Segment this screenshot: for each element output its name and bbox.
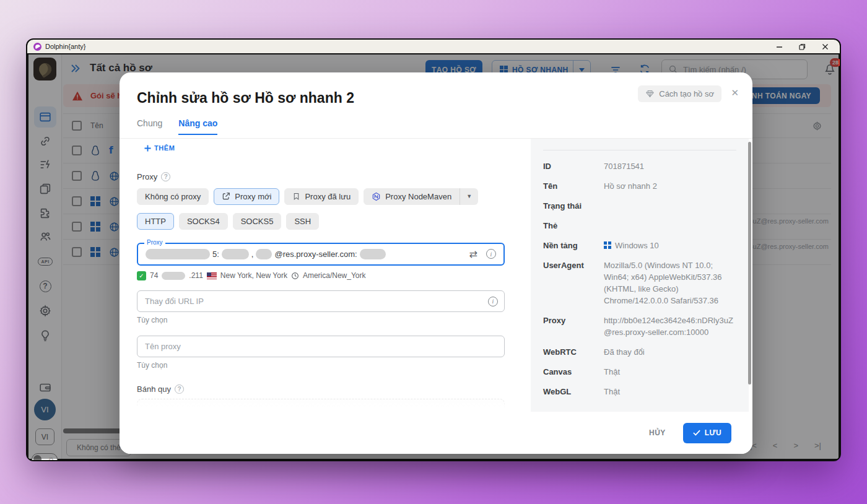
protocol-row: HTTP SOCKS4 SOCKS5 SSH <box>137 213 505 230</box>
detail-value: Windows 10 <box>615 240 659 251</box>
change-ip-url-input[interactable] <box>137 290 505 312</box>
save-button[interactable]: LƯU <box>683 423 731 443</box>
dolphin-logo-icon <box>33 43 41 51</box>
desktop-background: Dolphin{anty} <box>0 0 867 504</box>
detail-label: WebGL <box>543 386 596 398</box>
form-fade <box>137 389 505 411</box>
restore-button[interactable] <box>799 43 806 50</box>
new-proxy-icon <box>222 192 230 201</box>
detail-value: Hồ sơ nhanh 2 <box>604 180 657 192</box>
detail-label: Proxy <box>543 315 596 338</box>
protocol-socks4[interactable]: SOCKS4 <box>179 213 228 230</box>
detail-label: Canvas <box>543 366 596 378</box>
proxy-section-label: Proxy ? <box>137 172 505 181</box>
redacted-text <box>146 249 210 259</box>
modal-title: Chỉnh sửa hồ sơ Hồ sơ nhanh 2 <box>137 90 354 106</box>
swap-proxy-icon[interactable]: ⇄ <box>469 248 477 260</box>
profile-summary-panel: ID701871541 TênHồ sơ nhanh 2 Trạng thái … <box>531 139 749 412</box>
detail-label: ID <box>543 160 596 172</box>
detail-label: Nền tảng <box>543 240 596 251</box>
window-titlebar: Dolphin{anty} <box>27 40 840 53</box>
us-flag-icon <box>207 272 217 279</box>
proxy-location: New York, New York <box>220 271 287 280</box>
detail-value: Đã thay đổi <box>604 346 645 358</box>
detail-value: Thật <box>604 366 620 378</box>
proxy-check-result: ✓ 74 .211 New York, New York America/New… <box>137 271 505 280</box>
proxy-mode-saved[interactable]: Proxy đã lưu <box>284 188 359 205</box>
detail-value: 701871541 <box>604 160 644 172</box>
optional-hint: Tùy chọn <box>137 316 505 324</box>
proxy-info-icon[interactable]: i <box>486 249 496 259</box>
detail-value: Mozilla/5.0 (Windows NT 10.0; Win64; x64… <box>604 259 736 306</box>
advanced-form: THÊM Proxy ? Không có proxy Proxy mới Pr… <box>137 139 505 411</box>
add-button[interactable]: THÊM <box>144 144 175 152</box>
proxy-mode-row: Không có proxy Proxy mới Proxy đã lưu Pr… <box>137 188 505 205</box>
proxy-mode-new[interactable]: Proxy mới <box>214 188 279 205</box>
protocol-socks5[interactable]: SOCKS5 <box>233 213 282 230</box>
proxy-mode-nodemaven[interactable]: Proxy NodeMaven <box>364 188 460 205</box>
tab-advanced[interactable]: Nâng cao <box>178 118 217 135</box>
detail-label: Thẻ <box>543 220 596 232</box>
bookmark-icon <box>292 192 300 201</box>
minimize-button[interactable] <box>776 43 783 50</box>
change-ip-info-icon[interactable]: i <box>488 297 498 306</box>
tab-general[interactable]: Chung <box>137 118 162 135</box>
proxy-mode-dropdown[interactable]: ▼ <box>460 188 478 205</box>
detail-value: http://bb0e124ec3642e46:nDRly3uZ@res.pro… <box>604 315 736 338</box>
detail-label: Trạng thái <box>543 200 596 212</box>
cancel-button[interactable]: HỦY <box>649 428 666 437</box>
nodemaven-icon <box>372 192 381 201</box>
modal-footer: HỦY LƯU <box>120 412 752 454</box>
clock-icon <box>291 272 299 280</box>
detail-value: Thật <box>604 386 620 398</box>
check-icon <box>693 430 700 436</box>
proxy-timezone: America/New_York <box>303 271 366 280</box>
redacted-text <box>360 249 386 259</box>
edit-profile-modal: Chỉnh sửa hồ sơ Hồ sơ nhanh 2 Cách tạo h… <box>120 72 752 454</box>
gem-icon <box>645 89 655 98</box>
modal-scrollbar[interactable] <box>748 142 751 385</box>
window-title: Dolphin{anty} <box>45 43 85 50</box>
check-success-icon: ✓ <box>137 271 146 280</box>
windows-icon <box>604 241 611 249</box>
optional-hint: Tùy chọn <box>137 361 505 370</box>
proxy-help-icon[interactable]: ? <box>161 172 170 181</box>
proxy-input[interactable]: Proxy 5: , @res.proxy-seller.com: ⇄ i <box>137 243 505 266</box>
modal-tabs: Chung Nâng cao <box>137 118 217 135</box>
close-window-button[interactable] <box>822 43 829 50</box>
detail-label: Tên <box>543 180 596 192</box>
proxy-input-label: Proxy <box>144 239 165 246</box>
redacted-text <box>256 249 272 259</box>
protocol-ssh[interactable]: SSH <box>286 213 319 230</box>
close-modal-icon[interactable]: ✕ <box>731 87 739 98</box>
protocol-http[interactable]: HTTP <box>137 213 174 230</box>
detail-label: WebRTC <box>543 346 596 358</box>
redacted-text <box>162 272 185 280</box>
proxy-name-input[interactable] <box>137 336 505 357</box>
redacted-text <box>222 249 249 259</box>
detail-label: UserAgent <box>543 259 596 306</box>
how-to-create-button[interactable]: Cách tạo hồ sơ <box>638 85 721 102</box>
proxy-mode-none[interactable]: Không có proxy <box>137 188 209 205</box>
